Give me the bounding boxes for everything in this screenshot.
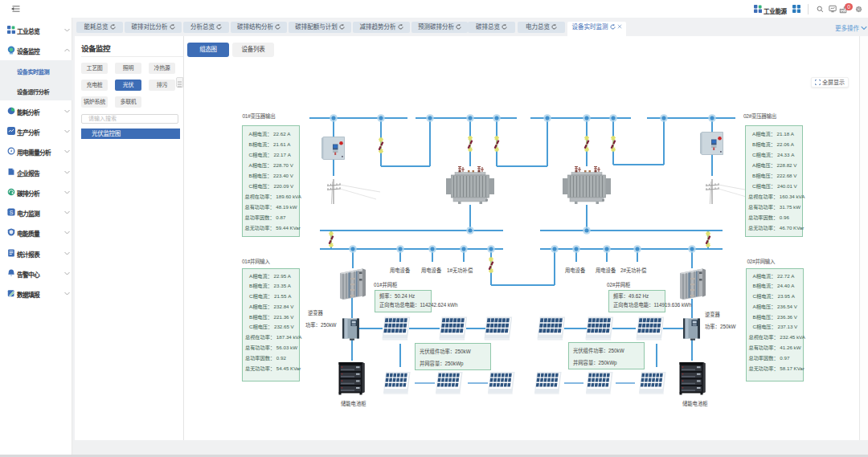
svg-text:S: S [10,210,14,215]
